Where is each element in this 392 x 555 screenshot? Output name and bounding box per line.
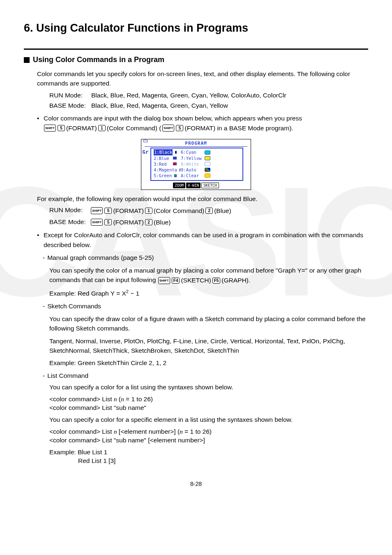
menu-clear: A:Clear <box>181 173 199 178</box>
key-5: 5 <box>104 219 112 225</box>
page-number: 8-28 <box>24 480 368 488</box>
example-red-list: Red List 1 [3] <box>78 457 115 464</box>
list-body2: You can specify a color for a specific e… <box>49 416 368 424</box>
graph-label: (GRAPH). <box>221 275 250 285</box>
list-command-title: List Command <box>47 372 88 380</box>
sketch-label: (SKETCH) <box>181 275 211 285</box>
blue-label: (Blue) <box>154 217 171 227</box>
swatch-red <box>173 162 177 165</box>
page-content: 6. Using Calculator Functions in Program… <box>24 21 368 488</box>
bullet-item-2: • Except for ColorAuto and ColorClr, col… <box>37 230 368 250</box>
bullet-dot: • <box>37 230 41 250</box>
section-heading-row: Using Color Commands in a Program <box>24 55 368 65</box>
manual-graph-example: Example: Red Graph Y = X2 − 1 <box>49 289 368 298</box>
key-sequence-1: SHIFT 5 (FORMAT) 1 (Color Command) ( SHI… <box>44 123 293 133</box>
bullet2-text: Except for ColorAuto and ColorClr, color… <box>44 230 368 250</box>
key-f4: F4 <box>172 278 180 284</box>
swatch-auto <box>205 168 210 172</box>
calc-title: PROGRAM <box>145 141 247 147</box>
shift-key: SHIFT <box>158 277 170 284</box>
syntax1-c: = 1 to 26) <box>124 395 153 402</box>
syntax3-a: <color command> List <box>49 428 114 435</box>
sketch-list: Tangent, Normal, Inverse, PlotOn, PlotCh… <box>49 336 368 356</box>
sketch-example: Example: Green SketchThin Circle 2, 1, 2 <box>49 359 368 368</box>
run-mode-label: RUN Mode: <box>49 205 89 215</box>
swatch-clear <box>205 173 210 178</box>
swatch-magenta <box>180 169 180 171</box>
menu-white: 8:White <box>181 161 199 167</box>
sketch-commands-body: You can specify the draw color of a figu… <box>49 314 368 368</box>
menu-magenta: 4:Magenta <box>154 167 177 173</box>
key-1: 1 <box>98 125 106 131</box>
list-body1: You can specify a color for a list using… <box>49 383 368 392</box>
menu-green: 5:Green <box>154 173 172 178</box>
shift-key: SHIFT <box>91 207 103 214</box>
syntax3-c: = 1 to 26) <box>183 428 212 435</box>
calculator-dialog-image: PROGRAM Gr 1:Black 2:Blue 3:Red 4:Magent… <box>141 139 251 190</box>
shift-key: SHIFT <box>162 125 174 132</box>
sketch-commands-heading: - Sketch Commands <box>43 302 368 311</box>
list-command-heading: - List Command <box>43 372 368 380</box>
example-prefix: Example: Red Graph Y = X <box>49 290 126 297</box>
syntax3-b: [<element number>] ( <box>117 428 180 435</box>
blue-label: (Blue) <box>214 206 231 215</box>
swatch-blue <box>173 157 177 160</box>
menu-yellow: 7:Yellow <box>181 155 202 161</box>
swatch-black <box>175 151 177 154</box>
key-f5: F5 <box>212 278 221 284</box>
key-1: 1 <box>145 208 152 214</box>
bullet1-post: (FORMAT) in a BASE Mode program). <box>184 123 293 133</box>
run-mode-label: RUN Mode: <box>49 90 89 101</box>
bullet1-pre: Color commands are input with the dialog… <box>44 115 302 122</box>
chapter-title: 6. Using Calculator Functions in Program… <box>24 21 368 35</box>
swatch-white <box>205 162 210 166</box>
manual-graph-title: Manual graph commands (page 5-25) <box>47 254 154 262</box>
fkey-sketch: SKETCH <box>201 183 219 188</box>
fkey-row: ZOOM V-WIN SKETCH <box>141 183 251 188</box>
syntax2: <color command> List "sub name" <box>49 404 146 411</box>
shift-key: SHIFT <box>44 125 56 132</box>
example-blue-list: Example: Blue List 1 <box>49 449 107 456</box>
dash: - <box>43 372 45 380</box>
menu-auto: 9:Auto <box>181 167 196 173</box>
menu-red: 3:Red <box>154 161 167 167</box>
dash: - <box>43 302 45 311</box>
example-base-mode: BASE Mode: SHIFT 5 (FORMAT) 2 (Blue) <box>49 217 368 227</box>
gr-label: Gr <box>142 148 149 156</box>
fkey-zoom: ZOOM <box>173 183 185 188</box>
color-command-label: (Color Command) <box>154 206 204 215</box>
sketch-commands-title: Sketch Commands <box>47 302 101 311</box>
dash: - <box>43 254 45 262</box>
base-mode-label: BASE Mode: <box>49 101 89 111</box>
shift-key: SHIFT <box>91 219 103 226</box>
battery-icon <box>143 140 148 142</box>
format-label: (FORMAT) <box>66 123 97 133</box>
fkey-vwin: V-WIN <box>186 183 201 188</box>
menu-black: 1:Black <box>154 149 173 155</box>
intro-paragraph: Color commands let you specify colors fo… <box>37 69 368 88</box>
key-2: 2 <box>145 219 152 225</box>
syntax4: <color command> List "sub name" [<elemen… <box>49 437 205 444</box>
list-syntax-block-1: <color command> List n (n = 1 to 26) <co… <box>49 395 368 412</box>
menu-blue: 2:Blue <box>154 155 169 161</box>
example-run-mode: RUN Mode: SHIFT 5 (FORMAT) 1 (Color Comm… <box>49 205 368 215</box>
color-command-label: (Color Command) ( <box>107 123 161 133</box>
bullet-dot: • <box>37 113 41 133</box>
key-5: 5 <box>104 208 112 214</box>
key-2: 2 <box>205 208 213 214</box>
syntax1-b: ( <box>117 395 121 402</box>
base-mode-values: Black, Blue, Red, Magenta, Green, Cyan, … <box>91 101 228 111</box>
run-mode-values: Black, Blue, Red, Magenta, Green, Cyan, … <box>91 90 286 101</box>
format-label: (FORMAT) <box>113 217 144 227</box>
list-examples: Example: Blue List 1 Red List 1 [3] <box>49 448 368 465</box>
square-bullet-icon <box>24 57 30 63</box>
base-mode-label: BASE Mode: <box>49 217 89 227</box>
section-heading: Using Color Commands in a Program <box>33 55 164 65</box>
swatch-yellow <box>205 156 210 160</box>
swatch-cyan <box>205 150 210 155</box>
for-example-text: For example, the following key operation… <box>37 195 368 204</box>
color-dialog: 1:Black 2:Blue 3:Red 4:Magenta 5:Green 6… <box>150 148 243 181</box>
supported-modes: RUN Mode: Black, Blue, Red, Magenta, Gre… <box>49 90 368 111</box>
syntax1-a: <color command> List <box>49 395 114 402</box>
example-suffix: − 1 <box>129 290 139 297</box>
